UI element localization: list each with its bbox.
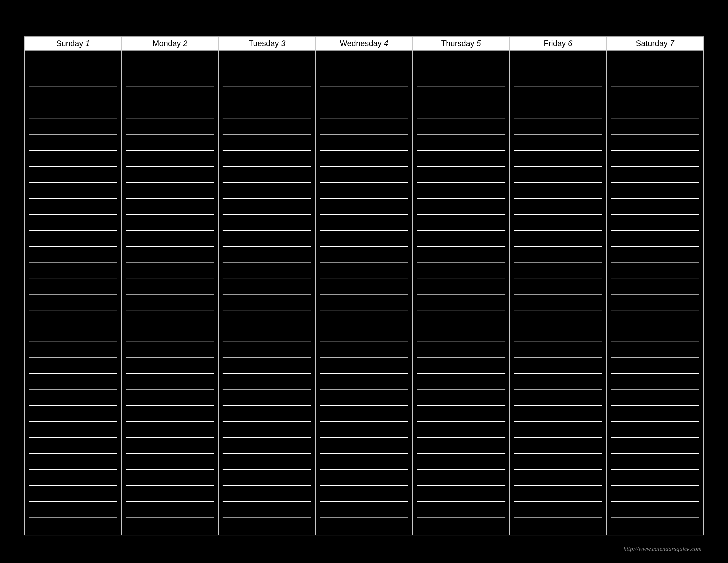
writing-line xyxy=(223,231,311,246)
writing-line xyxy=(417,167,505,183)
writing-line xyxy=(514,119,602,135)
day-body xyxy=(413,51,509,535)
writing-line xyxy=(223,71,311,87)
writing-line xyxy=(611,55,699,71)
writing-line xyxy=(611,438,699,454)
day-name: Tuesday xyxy=(249,39,279,48)
writing-line xyxy=(126,326,214,342)
writing-line xyxy=(223,119,311,135)
day-body xyxy=(25,51,121,535)
writing-line xyxy=(514,55,602,71)
writing-line xyxy=(514,246,602,262)
writing-line xyxy=(514,151,602,167)
writing-line xyxy=(223,438,311,454)
writing-line xyxy=(223,151,311,167)
writing-line xyxy=(320,215,408,231)
writing-line xyxy=(126,406,214,422)
writing-line xyxy=(223,374,311,390)
writing-line xyxy=(417,486,505,502)
writing-line xyxy=(223,55,311,71)
writing-line xyxy=(417,278,505,294)
writing-line xyxy=(611,262,699,278)
writing-line xyxy=(29,470,117,486)
writing-line xyxy=(417,151,505,167)
writing-line xyxy=(417,71,505,87)
writing-line xyxy=(417,119,505,135)
writing-line xyxy=(611,502,699,518)
writing-line xyxy=(417,87,505,103)
writing-line xyxy=(611,295,699,311)
writing-line xyxy=(29,438,117,454)
writing-line xyxy=(514,454,602,470)
writing-line xyxy=(320,518,408,533)
writing-line xyxy=(611,183,699,199)
writing-line xyxy=(417,358,505,374)
writing-line xyxy=(514,470,602,486)
day-header: Tuesday 3 xyxy=(219,37,315,51)
writing-line xyxy=(29,374,117,390)
writing-line xyxy=(611,71,699,87)
day-body xyxy=(122,51,218,535)
writing-line xyxy=(223,183,311,199)
writing-line xyxy=(320,390,408,406)
writing-line xyxy=(223,486,311,502)
writing-line xyxy=(29,135,117,151)
writing-line xyxy=(29,278,117,294)
writing-line xyxy=(126,390,214,406)
writing-line xyxy=(29,390,117,406)
writing-line xyxy=(417,342,505,358)
writing-line xyxy=(514,438,602,454)
writing-line xyxy=(320,87,408,103)
writing-line xyxy=(126,55,214,71)
day-number: 2 xyxy=(183,39,188,48)
writing-line xyxy=(320,502,408,518)
writing-line xyxy=(417,183,505,199)
writing-line xyxy=(611,326,699,342)
writing-line xyxy=(223,470,311,486)
writing-line xyxy=(514,167,602,183)
writing-line xyxy=(611,518,699,533)
day-header: Monday 2 xyxy=(122,37,218,51)
day-number: 6 xyxy=(568,39,572,48)
writing-line xyxy=(417,215,505,231)
writing-line xyxy=(417,103,505,119)
writing-line xyxy=(417,311,505,326)
writing-line xyxy=(126,246,214,262)
writing-line xyxy=(514,183,602,199)
writing-line xyxy=(320,342,408,358)
writing-line xyxy=(320,262,408,278)
week-grid: Sunday 1 Monday 2 Tuesday 3 Wednesday 4 xyxy=(24,36,704,535)
writing-line xyxy=(223,342,311,358)
day-number: 3 xyxy=(281,39,285,48)
writing-line xyxy=(417,502,505,518)
writing-line xyxy=(126,119,214,135)
day-name: Sunday xyxy=(56,39,83,48)
writing-line xyxy=(514,358,602,374)
writing-line xyxy=(514,262,602,278)
day-name: Thursday xyxy=(441,39,474,48)
day-column: Wednesday 4 xyxy=(316,37,413,535)
writing-line xyxy=(126,167,214,183)
writing-line xyxy=(320,295,408,311)
writing-line xyxy=(29,246,117,262)
writing-line xyxy=(611,231,699,246)
writing-line xyxy=(126,438,214,454)
writing-line xyxy=(29,342,117,358)
writing-line xyxy=(29,199,117,215)
writing-line xyxy=(29,215,117,231)
writing-line xyxy=(417,199,505,215)
writing-line xyxy=(514,231,602,246)
day-header: Saturday 7 xyxy=(607,37,703,51)
day-name: Wednesday xyxy=(340,39,381,48)
writing-line xyxy=(611,454,699,470)
writing-line xyxy=(417,55,505,71)
day-number: 7 xyxy=(670,39,674,48)
writing-line xyxy=(29,262,117,278)
writing-line xyxy=(29,358,117,374)
writing-line xyxy=(611,167,699,183)
writing-line xyxy=(29,167,117,183)
writing-line xyxy=(223,358,311,374)
day-body xyxy=(510,51,606,535)
writing-line xyxy=(29,518,117,533)
day-name: Monday xyxy=(153,39,181,48)
